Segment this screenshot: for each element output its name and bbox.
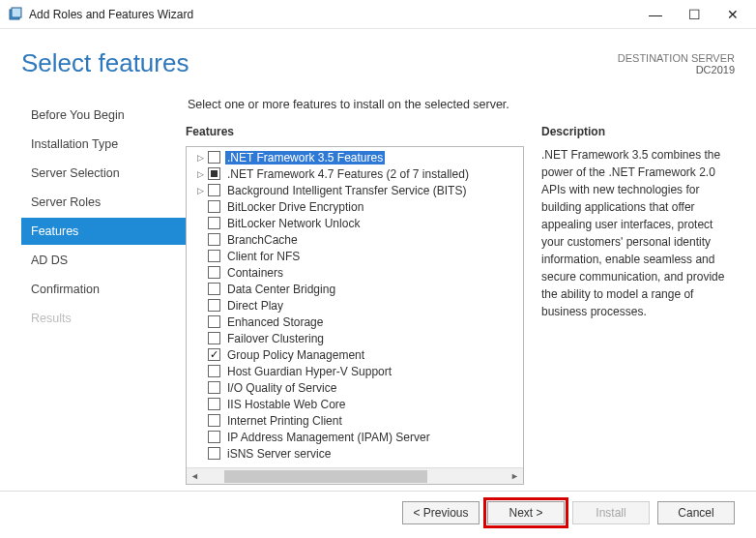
cancel-button[interactable]: Cancel — [657, 501, 735, 524]
feature-row[interactable]: IP Address Management (IPAM) Server — [187, 429, 523, 445]
feature-label: Failover Clustering — [225, 332, 326, 345]
horizontal-scrollbar[interactable]: ◄ ► — [187, 467, 523, 484]
destination-server: DC2019 — [618, 64, 735, 75]
feature-label: Direct Play — [225, 299, 285, 313]
feature-row[interactable]: iSNS Server service — [187, 445, 523, 462]
feature-label: IIS Hostable Web Core — [225, 398, 348, 411]
feature-checkbox[interactable] — [208, 233, 220, 246]
feature-checkbox[interactable] — [208, 414, 220, 427]
nav-item-ad-ds[interactable]: AD DS — [21, 247, 186, 274]
nav-item-installation-type[interactable]: Installation Type — [21, 131, 186, 158]
window-title: Add Roles and Features Wizard — [29, 8, 193, 21]
titlebar: Add Roles and Features Wizard — ☐ ✕ — [0, 0, 756, 29]
scroll-thumb[interactable] — [224, 470, 427, 483]
feature-label: Data Center Bridging — [225, 283, 337, 296]
features-heading: Features — [186, 125, 524, 138]
feature-label: .NET Framework 3.5 Features — [225, 151, 385, 164]
next-button[interactable]: Next > — [487, 501, 565, 524]
feature-label: BitLocker Network Unlock — [225, 217, 362, 230]
description-text: .NET Framework 3.5 combines the power of… — [541, 146, 735, 320]
feature-checkbox[interactable] — [208, 332, 220, 344]
feature-row[interactable]: Internet Printing Client — [187, 412, 523, 429]
app-icon — [8, 7, 23, 22]
previous-button[interactable]: < Previous — [402, 501, 480, 524]
feature-row[interactable]: ▷Background Intelligent Transfer Service… — [187, 182, 523, 198]
scroll-right-icon[interactable]: ► — [507, 468, 523, 485]
feature-label: BitLocker Drive Encryption — [225, 200, 365, 214]
feature-row[interactable]: Enhanced Storage — [187, 314, 523, 330]
feature-row[interactable]: BranchCache — [187, 231, 523, 248]
instructions-text: Select one or more features to install o… — [188, 98, 735, 111]
feature-checkbox[interactable] — [208, 398, 220, 410]
feature-row[interactable]: BitLocker Drive Encryption — [187, 198, 523, 215]
destination-block: DESTINATION SERVER DC2019 — [618, 48, 735, 75]
feature-row[interactable]: ▷.NET Framework 4.7 Features (2 of 7 ins… — [187, 165, 523, 182]
feature-row[interactable]: BitLocker Network Unlock — [187, 215, 523, 231]
feature-label: Client for NFS — [225, 250, 302, 263]
feature-row[interactable]: Client for NFS — [187, 248, 523, 264]
svg-rect-1 — [12, 8, 21, 17]
features-listbox[interactable]: ▷.NET Framework 3.5 Features▷.NET Framew… — [186, 146, 524, 485]
feature-label: Enhanced Storage — [225, 315, 325, 329]
nav-item-features[interactable]: Features — [21, 218, 186, 245]
feature-checkbox[interactable] — [208, 200, 220, 213]
feature-label: Background Intelligent Transfer Service … — [225, 184, 468, 197]
feature-row[interactable]: Containers — [187, 264, 523, 281]
scroll-left-icon[interactable]: ◄ — [187, 468, 203, 485]
nav-item-results: Results — [21, 305, 186, 332]
feature-row[interactable]: IIS Hostable Web Core — [187, 396, 523, 412]
page-title: Select features — [21, 48, 618, 78]
feature-label: IP Address Management (IPAM) Server — [225, 431, 432, 444]
nav-item-before-you-begin[interactable]: Before You Begin — [21, 102, 186, 129]
destination-label: DESTINATION SERVER — [618, 52, 735, 64]
feature-label: Group Policy Management — [225, 348, 366, 362]
feature-checkbox[interactable] — [208, 217, 220, 229]
feature-checkbox[interactable] — [208, 167, 220, 180]
page-header: Select features DESTINATION SERVER DC201… — [0, 29, 756, 84]
nav-item-server-roles[interactable]: Server Roles — [21, 189, 186, 216]
expand-icon[interactable]: ▷ — [194, 169, 206, 179]
feature-checkbox[interactable] — [208, 250, 220, 262]
feature-label: iSNS Server service — [225, 447, 333, 461]
feature-label: BranchCache — [225, 233, 300, 247]
feature-checkbox[interactable] — [208, 315, 220, 328]
expand-icon[interactable]: ▷ — [194, 186, 206, 195]
feature-row[interactable]: Data Center Bridging — [187, 281, 523, 297]
maximize-button[interactable]: ☐ — [675, 0, 713, 29]
feature-label: Host Guardian Hyper-V Support — [225, 365, 393, 378]
expand-icon[interactable]: ▷ — [194, 153, 206, 163]
nav-item-confirmation[interactable]: Confirmation — [21, 276, 186, 303]
feature-row[interactable]: Direct Play — [187, 297, 523, 314]
feature-checkbox[interactable] — [208, 184, 220, 196]
wizard-nav: Before You BeginInstallation TypeServer … — [21, 94, 186, 485]
feature-label: Internet Printing Client — [225, 414, 344, 428]
feature-row[interactable]: I/O Quality of Service — [187, 379, 523, 396]
feature-checkbox[interactable] — [208, 348, 220, 361]
minimize-button[interactable]: — — [636, 0, 675, 29]
feature-checkbox[interactable] — [208, 431, 220, 443]
feature-checkbox[interactable] — [208, 365, 220, 377]
wizard-footer: < Previous Next > Install Cancel — [0, 492, 756, 538]
nav-item-server-selection[interactable]: Server Selection — [21, 160, 186, 187]
feature-row[interactable]: Group Policy Management — [187, 346, 523, 363]
feature-row[interactable]: Host Guardian Hyper-V Support — [187, 363, 523, 379]
feature-checkbox[interactable] — [208, 381, 220, 394]
feature-checkbox[interactable] — [208, 299, 220, 312]
description-heading: Description — [541, 125, 735, 138]
feature-row[interactable]: Failover Clustering — [187, 330, 523, 346]
feature-checkbox[interactable] — [208, 283, 220, 295]
feature-label: I/O Quality of Service — [225, 381, 338, 395]
feature-label: .NET Framework 4.7 Features (2 of 7 inst… — [225, 167, 471, 181]
close-button[interactable]: ✕ — [713, 0, 752, 29]
feature-checkbox[interactable] — [208, 447, 220, 460]
feature-label: Containers — [225, 266, 285, 280]
feature-checkbox[interactable] — [208, 151, 220, 164]
feature-row[interactable]: ▷.NET Framework 3.5 Features — [187, 149, 523, 165]
install-button: Install — [572, 501, 650, 524]
feature-checkbox[interactable] — [208, 266, 220, 279]
